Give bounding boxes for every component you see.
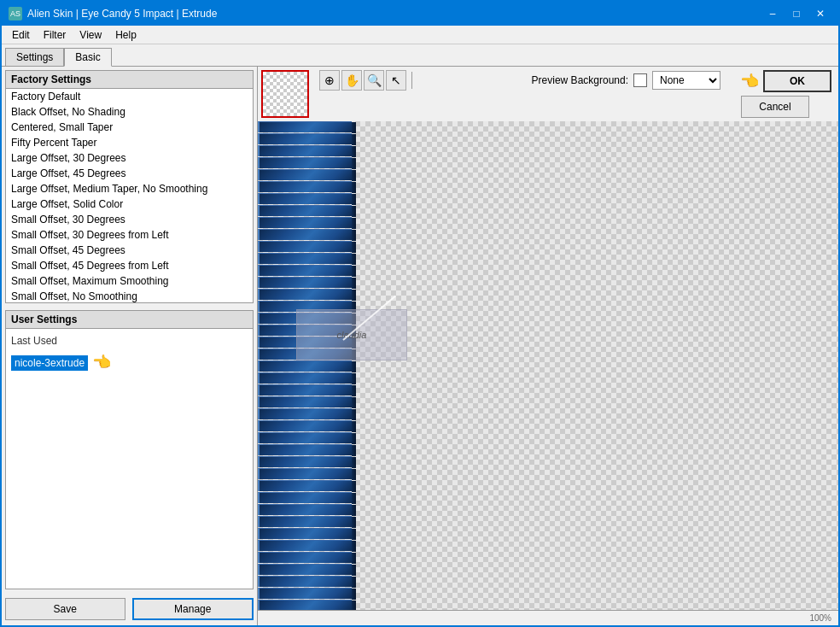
save-button[interactable]: Save	[5, 598, 125, 620]
tab-basic[interactable]: Basic	[64, 48, 111, 67]
pan-icon[interactable]: ✋	[341, 70, 362, 91]
ok-arrow-icon: 👉	[741, 72, 760, 91]
left-panel: Factory Settings Factory Default Black O…	[2, 67, 258, 625]
factory-settings-section: Factory Settings Factory Default Black O…	[5, 70, 254, 303]
toolbar-separator	[411, 72, 412, 89]
menu-bar: Edit Filter View Help	[2, 26, 838, 44]
list-item[interactable]: Centered, Small Taper	[6, 120, 253, 135]
zoom-to-fit-icon[interactable]: ⊕	[319, 70, 340, 91]
zoom-in-icon[interactable]: 🔍	[364, 70, 384, 91]
main-content: Factory Settings Factory Default Black O…	[2, 66, 838, 625]
title-bar-left: AS Alien Skin | Eye Candy 5 Impact | Ext…	[9, 7, 217, 21]
toolbar-icons: ⊕ ✋ 🔍 ↖ Preview Background: None Black W…	[319, 70, 727, 91]
list-item[interactable]: Small Offset, Maximum Smoothing	[6, 273, 253, 289]
watermark-area: claudia	[296, 309, 407, 360]
select-icon[interactable]: ↖	[386, 70, 406, 91]
cancel-button[interactable]: Cancel	[741, 96, 809, 118]
selected-user-preset[interactable]: nicole-3extrude	[11, 355, 88, 371]
user-settings-section: User Settings Last Used nicole-3extrude …	[5, 310, 254, 589]
list-item[interactable]: Small Offset, 45 Degrees from Left	[6, 258, 253, 273]
ok-cancel-area: 👉 OK Cancel	[734, 67, 838, 121]
list-item[interactable]: Large Offset, Medium Taper, No Smoothing	[6, 181, 253, 196]
bottom-buttons: Save Manage	[2, 593, 257, 625]
factory-settings-list: Factory Default Black Offset, No Shading…	[6, 89, 253, 302]
list-item[interactable]: Small Offset, 45 Degrees	[6, 243, 253, 258]
title-controls: – □ ✕	[761, 5, 831, 22]
ok-button[interactable]: OK	[763, 70, 831, 92]
preview-bg-select[interactable]: None Black White Gray	[652, 71, 720, 90]
extrude-layers	[258, 121, 369, 610]
list-item[interactable]: Factory Default	[6, 89, 253, 104]
factory-settings-header: Factory Settings	[6, 71, 253, 89]
menu-filter[interactable]: Filter	[37, 27, 73, 43]
preview-bg-swatch	[633, 73, 647, 87]
status-bar: 100%	[258, 610, 838, 625]
zoom-level: 100%	[809, 613, 831, 623]
list-item[interactable]: Fifty Percent Taper	[6, 135, 253, 150]
minimize-button[interactable]: –	[761, 5, 784, 22]
arrow-icon: 👉	[93, 353, 112, 372]
list-item[interactable]: Black Offset, No Shading	[6, 104, 253, 120]
menu-edit[interactable]: Edit	[5, 27, 37, 43]
main-window: AS Alien Skin | Eye Candy 5 Impact | Ext…	[0, 0, 840, 627]
app-icon: AS	[9, 7, 22, 21]
window-title: Alien Skin | Eye Candy 5 Impact | Extrud…	[27, 8, 217, 20]
right-panel: ⊕ ✋ 🔍 ↖ Preview Background: None Black W…	[258, 67, 838, 625]
manage-button[interactable]: Manage	[132, 598, 254, 620]
menu-help[interactable]: Help	[108, 27, 143, 43]
user-settings-list: Last Used nicole-3extrude 👉	[6, 329, 253, 375]
title-bar: AS Alien Skin | Eye Candy 5 Impact | Ext…	[2, 2, 838, 26]
list-item[interactable]: Large Offset, Solid Color	[6, 196, 253, 212]
menu-view[interactable]: View	[73, 27, 108, 43]
list-item[interactable]: Small Offset, 30 Degrees	[6, 212, 253, 227]
list-item[interactable]: Small Offset, No Smoothing	[6, 289, 253, 302]
list-item[interactable]: Small Offset, 30 Degrees from Left	[6, 227, 253, 243]
header-row: ⊕ ✋ 🔍 ↖ Preview Background: None Black W…	[258, 67, 838, 121]
preview-canvas: claudia	[258, 121, 838, 610]
preview-bg-control: Preview Background: None Black White Gra…	[532, 71, 720, 90]
close-button[interactable]: ✕	[809, 5, 831, 22]
user-settings-header: User Settings	[6, 311, 253, 329]
tab-settings[interactable]: Settings	[5, 48, 64, 66]
preview-bg-label: Preview Background:	[532, 74, 628, 86]
list-item[interactable]: Large Offset, 30 Degrees	[6, 150, 253, 166]
preview-thumbnail	[261, 70, 309, 118]
factory-settings-list-container[interactable]: Factory Default Black Offset, No Shading…	[6, 89, 253, 302]
tab-bar: Settings Basic	[2, 44, 838, 66]
last-used-label: Last Used	[11, 332, 248, 349]
list-item[interactable]: Large Offset, 45 Degrees	[6, 166, 253, 181]
maximize-button[interactable]: □	[785, 5, 808, 22]
